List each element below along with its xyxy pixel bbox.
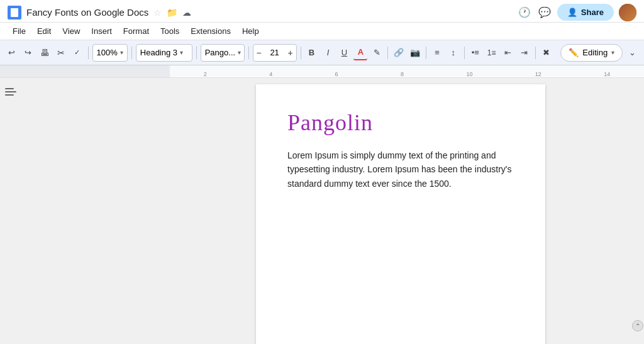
align-button[interactable]: ≡ xyxy=(430,45,444,60)
document-title: Fancy Fonts on Google Docs xyxy=(26,7,148,18)
paint-format-button[interactable]: ✂ xyxy=(54,45,68,60)
undo-button[interactable]: ↩ xyxy=(5,45,19,60)
menu-view[interactable]: View xyxy=(57,25,85,38)
editing-label: Editing xyxy=(582,48,608,57)
outline-line-2 xyxy=(5,91,16,92)
redo-button[interactable]: ↪ xyxy=(21,45,35,60)
font-name-arrow: ▾ xyxy=(238,49,241,56)
numbered-list-button[interactable]: 1≡ xyxy=(485,45,499,60)
toolbar-separator-2 xyxy=(131,47,132,59)
bold-button[interactable]: B xyxy=(305,45,319,60)
toolbar-separator-1 xyxy=(88,47,89,59)
ruler: 2 4 6 8 10 12 14 xyxy=(0,65,644,78)
avatar-image xyxy=(619,4,636,21)
toolbar-separator-8 xyxy=(464,47,465,59)
toolbar: ↩ ↪ 🖶 ✂ ✓ 100% ▾ Heading 3 ▾ Pango... ▾ … xyxy=(0,40,644,65)
font-name-value: Pango... xyxy=(205,48,235,57)
print-button[interactable]: 🖶 xyxy=(38,45,52,60)
font-size-control: − + xyxy=(253,44,297,62)
scroll-to-top-button[interactable]: ⌃ xyxy=(632,320,643,331)
pencil-icon: ✏️ xyxy=(569,48,579,57)
share-person-icon: 👤 xyxy=(567,8,577,17)
indent-increase-button[interactable]: ⇥ xyxy=(518,45,531,60)
ruler-left xyxy=(0,65,170,77)
zoom-arrow: ▾ xyxy=(120,49,123,56)
ruler-mark-1: 2 xyxy=(204,71,207,77)
document-page: Pangolin Lorem Ipsum is simply dummy tex… xyxy=(256,84,545,344)
heading-style-dropdown[interactable]: Heading 3 ▾ xyxy=(136,44,192,62)
font-name-dropdown[interactable]: Pango... ▾ xyxy=(201,44,245,62)
toolbar-separator-9 xyxy=(535,47,536,59)
link-button[interactable]: 🔗 xyxy=(392,45,406,60)
ruler-mark-7: 14 xyxy=(604,71,610,77)
toolbar-separator-5 xyxy=(301,47,301,59)
toolbar-separator-6 xyxy=(387,47,388,59)
menu-tools[interactable]: Tools xyxy=(155,25,184,38)
indent-decrease-button[interactable]: ⇤ xyxy=(501,45,515,60)
right-panel: ⌃ xyxy=(631,78,644,344)
toolbar-expand-button[interactable]: ⌄ xyxy=(625,45,639,60)
document-canvas[interactable]: Pangolin Lorem Ipsum is simply dummy tex… xyxy=(170,78,631,344)
text-color-button[interactable]: A xyxy=(353,45,367,60)
page-body[interactable]: Lorem Ipsum is simply dummy text of the … xyxy=(287,148,514,191)
heading-style-value: Heading 3 xyxy=(140,48,177,57)
menu-extensions[interactable]: Extensions xyxy=(186,25,236,38)
ruler-mark-2: 4 xyxy=(269,71,272,77)
ruler-numbers: 2 4 6 8 10 12 14 xyxy=(170,71,644,77)
menu-edit[interactable]: Edit xyxy=(32,25,56,38)
outline-icon[interactable] xyxy=(5,86,18,98)
title-icons: 📁 ☁ xyxy=(167,8,191,18)
outline-line-1 xyxy=(5,88,14,89)
underline-button[interactable]: U xyxy=(337,45,351,60)
editing-arrow: ▾ xyxy=(611,49,614,56)
toolbar-separator-3 xyxy=(196,47,197,59)
comments-button[interactable]: 💬 xyxy=(537,5,552,20)
ruler-mark-3: 6 xyxy=(335,71,338,77)
cloud-icon[interactable]: ☁ xyxy=(182,8,191,18)
font-size-input[interactable] xyxy=(265,48,285,57)
zoom-dropdown[interactable]: 100% ▾ xyxy=(92,44,128,62)
toolbar-separator-7 xyxy=(426,47,426,59)
menu-file[interactable]: File xyxy=(8,25,31,38)
history-button[interactable]: 🕐 xyxy=(517,5,532,20)
doc-icon xyxy=(8,6,21,19)
title-bar: Fancy Fonts on Google Docs ☆ 📁 ☁ 🕐 💬 👤 S… xyxy=(0,0,644,23)
header-actions: 🕐 💬 👤 Share xyxy=(517,4,636,21)
editing-mode-button[interactable]: ✏️ Editing ▾ xyxy=(560,44,623,62)
bullet-list-button[interactable]: •≡ xyxy=(469,45,482,60)
highlight-button[interactable]: ✎ xyxy=(370,45,384,60)
left-margin xyxy=(0,78,170,344)
ruler-main: 2 4 6 8 10 12 14 xyxy=(170,65,644,77)
menu-help[interactable]: Help xyxy=(237,25,264,38)
spell-check-button[interactable]: ✓ xyxy=(70,45,84,60)
clear-format-button[interactable]: ✖ xyxy=(539,45,553,60)
font-size-decrease[interactable]: − xyxy=(253,44,265,62)
menu-bar: File Edit View Insert Format Tools Exten… xyxy=(0,23,644,40)
content-area: Pangolin Lorem Ipsum is simply dummy tex… xyxy=(0,78,644,344)
toolbar-separator-4 xyxy=(248,47,249,59)
page-heading[interactable]: Pangolin xyxy=(287,109,514,136)
image-button[interactable]: 📷 xyxy=(408,45,422,60)
menu-format[interactable]: Format xyxy=(118,25,154,38)
share-button[interactable]: 👤 Share xyxy=(557,4,614,21)
ruler-mark-6: 12 xyxy=(535,71,541,77)
outline-line-3 xyxy=(5,94,14,96)
font-size-increase[interactable]: + xyxy=(285,44,296,62)
line-spacing-button[interactable]: ↕ xyxy=(447,45,460,60)
italic-button[interactable]: I xyxy=(321,45,335,60)
heading-style-arrow: ▾ xyxy=(180,49,183,56)
avatar[interactable] xyxy=(619,4,636,21)
share-label: Share xyxy=(581,8,604,17)
ruler-mark-5: 10 xyxy=(466,71,472,77)
menu-insert[interactable]: Insert xyxy=(86,25,117,38)
zoom-value: 100% xyxy=(97,48,118,57)
ruler-mark-4: 8 xyxy=(401,71,404,77)
star-icon[interactable]: ☆ xyxy=(153,8,162,18)
folder-icon[interactable]: 📁 xyxy=(167,8,177,18)
